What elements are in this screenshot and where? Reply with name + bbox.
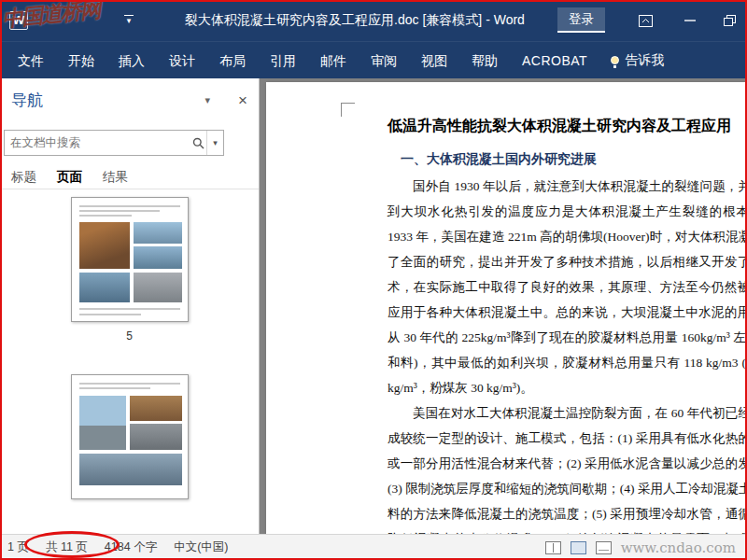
navigation-options-dropdown-icon[interactable]: ▾ <box>205 94 211 106</box>
ribbon-tab-bar: 文件 开始 插入 设计 布局 引用 邮件 审阅 视图 帮助 ACROBAT 告诉… <box>0 41 747 78</box>
ribbon-tab-acrobat[interactable]: ACROBAT <box>510 42 599 79</box>
document-content[interactable]: 低温升高性能抗裂大体积混凝土研究内容及工程应用 一、大体积混凝土国内外研究进展 … <box>266 82 747 534</box>
ribbon-tab-help[interactable]: 帮助 <box>459 42 510 79</box>
nav-tab-results[interactable]: 结果 <box>103 169 128 189</box>
tell-me-label: 告诉我 <box>625 52 664 69</box>
status-word-count[interactable]: 4184 个字 <box>105 539 157 555</box>
search-input[interactable] <box>5 136 190 149</box>
status-bar: 1 页 共 11 页 4184 个字 中文(中国) www.cndao.com <box>0 534 747 560</box>
thumbnail-text-line <box>79 383 180 385</box>
restore-button[interactable] <box>717 11 741 30</box>
ribbon-tab-review[interactable]: 审阅 <box>359 42 409 79</box>
ribbon-tab-file[interactable]: 文件 <box>6 42 56 79</box>
title-bar: W ▾ 裂大体积混凝土研究内容及工程应用.doc [兼容模式] - Word 登… <box>0 0 747 41</box>
search-icon[interactable] <box>190 137 206 149</box>
main-area: 导航 ▾ × ▾ 标题 页面 结果 <box>0 78 747 534</box>
web-layout-view-icon[interactable] <box>596 541 612 554</box>
document-title: 低温升高性能抗裂大体积混凝土研究内容及工程应用 <box>388 116 747 136</box>
print-layout-view-icon[interactable] <box>571 541 586 554</box>
page-5-thumbnail[interactable] <box>71 197 189 322</box>
thumbnail-photo-block <box>134 222 182 244</box>
navigation-pane-title: 导航 <box>11 90 43 111</box>
section-heading: 一、大体积混凝土国内外研究进展 <box>401 151 747 168</box>
ribbon-tab-design[interactable]: 设计 <box>157 42 207 79</box>
margin-crop-mark-icon <box>341 103 355 117</box>
view-switcher: www.cndao.com <box>545 539 740 556</box>
tell-me-box[interactable]: 告诉我 <box>599 52 675 69</box>
search-dropdown-icon[interactable]: ▾ <box>206 131 223 155</box>
cndao-url-watermark: www.cndao.com <box>621 539 740 556</box>
thumbnail-photo-block <box>130 396 182 421</box>
page-6-thumbnail[interactable] <box>71 374 189 499</box>
lightbulb-icon <box>611 56 619 64</box>
thumbnail-photo-block <box>130 424 182 450</box>
thumbnail-text-line <box>79 205 180 207</box>
status-page-number[interactable]: 1 页 <box>7 539 29 555</box>
sign-in-button[interactable]: 登录 <box>557 7 605 33</box>
document-paragraph: 美国在对水工大体积混凝土温控防裂方面，在 60 年代初已经逐渐形成较统一定型的设… <box>388 400 747 534</box>
thumbnail-text-line <box>79 215 132 217</box>
ribbon-tab-references[interactable]: 引用 <box>258 42 308 79</box>
status-language[interactable]: 中文(中国) <box>174 539 228 555</box>
document-page[interactable]: 低温升高性能抗裂大体积混凝土研究内容及工程应用 一、大体积混凝土国内外研究进展 … <box>266 82 747 534</box>
ribbon-tab-mailings[interactable]: 邮件 <box>308 42 359 79</box>
ribbon-tab-view[interactable]: 视图 <box>409 42 459 79</box>
document-search-box[interactable]: ▾ <box>4 130 224 156</box>
minimize-button[interactable] <box>678 11 702 30</box>
read-mode-view-icon[interactable] <box>545 541 561 554</box>
navigation-pane: 导航 ▾ × ▾ 标题 页面 结果 <box>0 78 260 534</box>
ribbon-tab-insert[interactable]: 插入 <box>106 42 157 79</box>
thumbnail-text-line <box>79 314 141 315</box>
thumbnail-photo-block <box>79 222 130 269</box>
ribbon-tab-home[interactable]: 开始 <box>56 42 106 79</box>
ribbon-display-options-icon[interactable] <box>633 11 657 30</box>
navigation-pane-header: 导航 ▾ × <box>0 78 259 115</box>
navigation-tabs: 标题 页面 结果 <box>0 156 259 189</box>
thumbnail-text-line <box>79 387 150 389</box>
page-thumbnails-list: 5 <box>0 189 259 534</box>
thumbnail-photo-block <box>134 246 182 269</box>
thumbnail-text-line <box>79 308 180 310</box>
document-paragraph: 国外自 1930 年以后，就注意到大体积混凝土的裂缝问题，并且意识到大坝水化热引… <box>388 174 747 400</box>
thumbnail-photo-block <box>79 454 182 485</box>
nav-tab-headings[interactable]: 标题 <box>11 169 36 189</box>
status-page-count[interactable]: 共 11 页 <box>46 539 88 555</box>
navigation-close-icon[interactable]: × <box>238 92 247 108</box>
page-5-label: 5 <box>126 329 133 343</box>
thumbnail-photo-block <box>79 396 126 450</box>
document-canvas: 低温升高性能抗裂大体积混凝土研究内容及工程应用 一、大体积混凝土国内外研究进展 … <box>260 78 747 534</box>
thumbnail-photo-block <box>79 273 130 302</box>
ribbon-tab-layout[interactable]: 布局 <box>207 42 258 79</box>
thumbnail-photo-block <box>134 273 182 302</box>
nav-tab-pages[interactable]: 页面 <box>57 169 82 189</box>
thumbnail-text-line <box>79 210 160 212</box>
